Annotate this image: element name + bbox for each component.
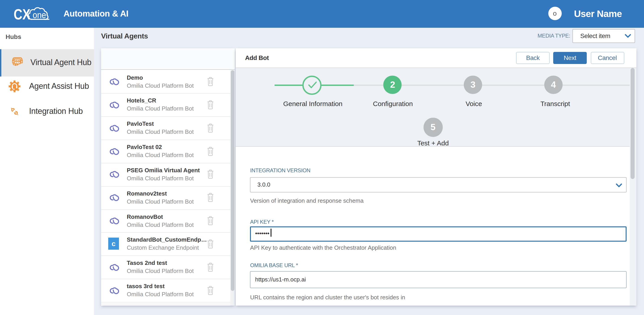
svg-text:one: one [33,10,46,20]
svg-text:CX: CX [14,6,30,23]
